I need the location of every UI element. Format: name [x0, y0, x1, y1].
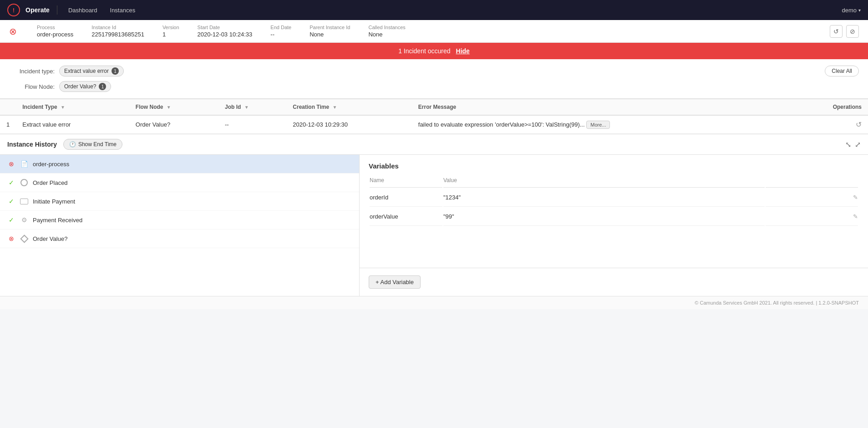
flow-node-filter-tag[interactable]: Order Value? 1 [59, 81, 111, 92]
history-item[interactable]: ✓ Order Placed [0, 173, 359, 192]
table-row: 1 Extract value error Order Value? -- 20… [0, 115, 868, 134]
var-col-name: Name [370, 177, 442, 188]
history-item-label: Order Placed [33, 179, 68, 186]
variable-name: orderValue [370, 208, 442, 226]
history-item-label: order-process [33, 161, 69, 168]
col-error-message: Error Message [412, 99, 791, 116]
top-navigation: ! Operate Dashboard Instances demo ▾ [0, 0, 868, 20]
parent-instance-field: Parent Instance Id None [310, 25, 350, 38]
incident-type-filter-tag[interactable]: Extract value error 1 [59, 66, 124, 76]
start-date-value: 2020-12-03 10:24:33 [198, 31, 253, 38]
app-title: Operate [25, 6, 50, 14]
history-panel: ⊗ 📄 order-process ✓ Order Placed ✓ Initi… [0, 155, 360, 296]
variable-edit-button[interactable]: ✎ [766, 208, 858, 226]
collapse-button[interactable]: ⤢ [855, 140, 861, 149]
bottom-controls: ⤡ ⤢ [845, 140, 861, 149]
more-details-button[interactable]: More... [586, 121, 610, 129]
start-date-label: Start Date [198, 25, 253, 30]
clear-all-button[interactable]: Clear All [825, 66, 859, 76]
chevron-down-icon: ▾ [858, 8, 861, 13]
variable-value: "1234" [443, 189, 765, 207]
nav-link-dashboard[interactable]: Dashboard [65, 5, 101, 15]
process-label: Process [37, 25, 73, 30]
diamond-icon [20, 234, 28, 243]
add-variable-button[interactable]: + Add Variable [369, 275, 421, 289]
flow-node-tag-text: Order Value? [64, 83, 96, 90]
variables-title: Variables [369, 162, 859, 170]
bottom-section: Instance History 🕐 Show End Time ⤡ ⤢ ⊗ 📄… [0, 134, 868, 296]
incident-banner: 1 Incident occured Hide [0, 43, 868, 59]
variables-panel: Variables Name Value orderId "1234" ✎ or… [360, 155, 868, 268]
col-job-id[interactable]: Job Id ▼ [218, 99, 286, 116]
show-end-time-button[interactable]: 🕐 Show End Time [63, 139, 122, 150]
flow-node-filter-label: Flow Node: [9, 83, 55, 90]
gear-icon: ⚙ [21, 216, 27, 224]
error-status-icon: ⊗ [9, 235, 14, 242]
row-number: 1 [0, 115, 16, 134]
history-item-label: Order Value? [33, 235, 67, 242]
bottom-content: ⊗ 📄 order-process ✓ Order Placed ✓ Initi… [0, 155, 868, 296]
col-num [0, 99, 16, 116]
var-col-value: Value [443, 177, 765, 188]
user-name: demo [842, 7, 857, 14]
row-creation-time: 2020-12-03 10:29:30 [286, 115, 411, 134]
parent-instance-value: None [310, 31, 350, 38]
check-icon: ✓ [9, 216, 14, 224]
check-icon: ✓ [9, 179, 14, 186]
sort-icon: ▼ [61, 105, 65, 110]
sort-icon: ▼ [167, 105, 171, 110]
nav-link-instances[interactable]: Instances [107, 5, 139, 15]
process-header: ⊗ Process order-process Instance Id 2251… [0, 20, 868, 43]
variable-name: orderId [370, 189, 442, 207]
called-instances-field: Called Instances None [368, 25, 405, 38]
end-date-value: -- [270, 31, 291, 38]
sort-icon: ▼ [332, 105, 337, 110]
expand-button[interactable]: ⤡ [845, 140, 851, 149]
version-value: 1 [162, 31, 179, 38]
app-logo: ! [7, 4, 20, 16]
process-name: order-process [37, 31, 73, 38]
parent-instance-label: Parent Instance Id [310, 25, 350, 30]
instance-id-field: Instance Id 2251799813685251 [91, 25, 144, 38]
history-item[interactable]: ⊗ 📄 order-process [0, 155, 359, 173]
instance-history-title: Instance History [7, 141, 57, 148]
history-item-label: Initiate Payment [33, 198, 75, 205]
error-status-icon: ⊗ [9, 160, 14, 168]
hide-incidents-button[interactable]: Hide [456, 47, 470, 55]
called-instances-value: None [368, 31, 405, 38]
instance-id-value: 2251799813685251 [91, 31, 144, 38]
filters-section: Incident type: Extract value error 1 Flo… [0, 59, 868, 99]
cancel-button[interactable]: ⊘ [846, 25, 859, 38]
process-field: Process order-process [37, 25, 73, 38]
incidents-table: Incident Type ▼ Flow Node ▼ Job Id ▼ Cre… [0, 99, 868, 134]
show-end-time-label: Show End Time [78, 141, 117, 148]
version-label: Version [162, 25, 179, 30]
flow-node-count-badge: 1 [99, 83, 106, 90]
history-item[interactable]: ✓ ⚙ Payment Received [0, 211, 359, 229]
incident-message: 1 Incident occured [398, 47, 450, 55]
row-flow-node: Order Value? [129, 115, 218, 134]
retry-button[interactable]: ↺ [830, 25, 843, 38]
called-instances-label: Called Instances [368, 25, 405, 30]
end-date-label: End Date [270, 25, 291, 30]
var-col-actions [766, 177, 858, 188]
history-item[interactable]: ⊗ Order Value? [0, 229, 359, 248]
variables-table: Name Value orderId "1234" ✎ orderValue "… [369, 176, 859, 227]
start-date-field: Start Date 2020-12-03 10:24:33 [198, 25, 253, 38]
check-icon: ✓ [9, 198, 14, 205]
process-error-icon: ⊗ [9, 26, 17, 37]
col-flow-node[interactable]: Flow Node ▼ [129, 99, 218, 116]
row-incident-type: Extract value error [16, 115, 129, 134]
col-creation-time[interactable]: Creation Time ▼ [286, 99, 411, 116]
doc-icon: 📄 [20, 160, 28, 168]
variable-row: orderId "1234" ✎ [370, 189, 858, 207]
history-item[interactable]: ✓ Initiate Payment [0, 192, 359, 211]
user-menu[interactable]: demo ▾ [842, 7, 861, 14]
variable-edit-button[interactable]: ✎ [766, 189, 858, 207]
nav-separator [57, 5, 57, 15]
instance-id-label: Instance Id [91, 25, 144, 30]
incident-type-filter-label: Incident type: [9, 68, 55, 75]
col-incident-type[interactable]: Incident Type ▼ [16, 99, 129, 116]
incident-type-count-badge: 1 [112, 67, 119, 75]
retry-row-button[interactable]: ↺ [856, 121, 862, 128]
